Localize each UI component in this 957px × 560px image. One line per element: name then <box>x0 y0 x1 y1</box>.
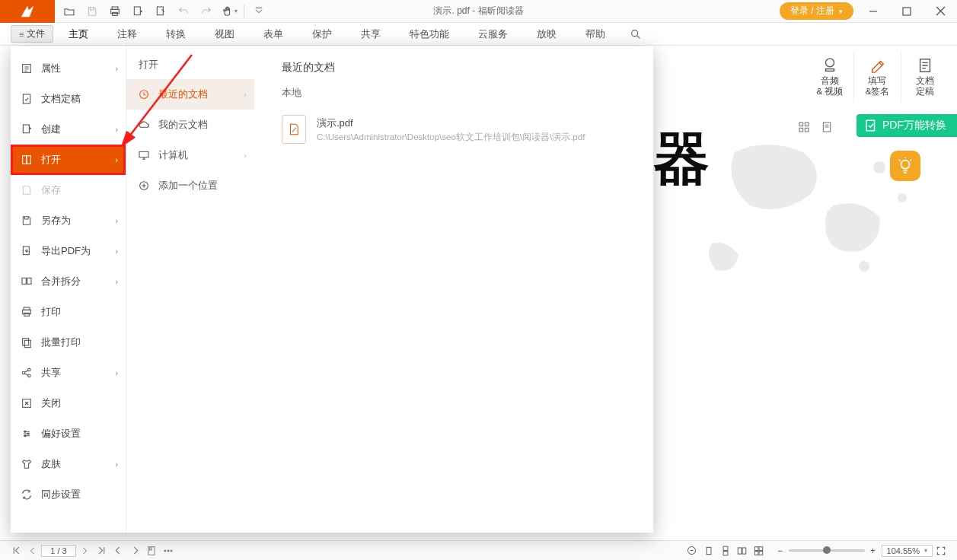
pdf-file-icon <box>282 115 306 144</box>
open-cloud[interactable]: 我的云文档 <box>126 110 254 140</box>
svg-rect-26 <box>22 278 26 284</box>
next-page-button[interactable] <box>76 542 93 559</box>
bs-create[interactable]: 创建 <box>11 114 126 145</box>
continuous-facing-icon[interactable] <box>751 542 767 559</box>
tab-home[interactable]: 主页 <box>55 23 102 46</box>
maximize-button[interactable] <box>893 1 920 22</box>
tab-cloud[interactable]: 云服务 <box>464 23 522 46</box>
tab-annotate[interactable]: 注释 <box>104 23 151 46</box>
svg-point-47 <box>171 550 172 552</box>
app-logo <box>0 0 55 23</box>
bs-print[interactable]: 打印 <box>11 297 126 327</box>
facing-page-icon[interactable] <box>734 542 751 559</box>
svg-point-38 <box>27 433 29 434</box>
tab-slideshow[interactable]: 放映 <box>523 23 570 46</box>
ribbon-right-groups: 音频& 视频 填写&签名 文档定稿 <box>806 46 948 107</box>
options-icon[interactable] <box>160 542 177 559</box>
zoom-out-button[interactable]: − <box>772 542 789 559</box>
svg-rect-49 <box>707 547 711 554</box>
tab-convert[interactable]: 转换 <box>152 23 199 46</box>
audio-video-button[interactable]: 音频& 视频 <box>806 51 853 103</box>
minimize-button[interactable] <box>860 1 887 22</box>
tab-share[interactable]: 共享 <box>347 23 394 46</box>
undo-icon[interactable] <box>174 2 193 21</box>
bs-skin[interactable]: 皮肤 <box>11 449 126 479</box>
back-nav-button[interactable] <box>110 542 126 559</box>
last-page-button[interactable] <box>93 542 110 559</box>
svg-rect-8 <box>826 68 834 71</box>
svg-point-39 <box>24 435 26 437</box>
save-icon[interactable] <box>82 2 102 21</box>
tab-protect[interactable]: 保护 <box>298 23 346 46</box>
page-next-icon[interactable] <box>151 2 171 21</box>
forward-nav-button[interactable] <box>126 542 143 559</box>
login-button[interactable]: 登录 / 注册▾ <box>780 2 853 20</box>
zoom-slider[interactable] <box>789 549 865 552</box>
recent-panel: 最近的文档 本地 演示.pdf C:\Users\Administrator\D… <box>254 46 653 533</box>
single-page-icon[interactable] <box>700 542 717 559</box>
tab-view[interactable]: 视图 <box>201 23 248 46</box>
bs-batch-print[interactable]: 批量打印 <box>11 327 126 358</box>
zoom-level[interactable]: 104.55%▾ <box>882 545 933 557</box>
open-add-place[interactable]: 添加一个位置 <box>126 170 254 201</box>
svg-rect-56 <box>754 551 758 555</box>
file-tab[interactable]: ≡文件 <box>11 25 53 43</box>
zoom-slider-thumb[interactable] <box>823 546 831 554</box>
search-icon[interactable] <box>625 24 646 45</box>
status-bar: 1 / 3 − + 104.55%▾ <box>0 540 957 560</box>
bs-close[interactable]: 关闭 <box>11 388 126 418</box>
bs-properties[interactable]: 属性 <box>11 53 126 84</box>
svg-rect-54 <box>754 546 758 550</box>
continuous-page-icon[interactable] <box>717 542 734 559</box>
chevron-down-icon: ▾ <box>839 8 843 15</box>
svg-rect-52 <box>738 547 742 553</box>
svg-rect-2 <box>113 12 118 15</box>
qat-more-icon[interactable] <box>249 2 269 21</box>
svg-point-37 <box>24 431 26 432</box>
bs-share[interactable]: 共享 <box>11 358 126 388</box>
svg-rect-50 <box>723 546 728 550</box>
close-button[interactable] <box>927 1 954 22</box>
svg-rect-32 <box>24 340 30 347</box>
tab-help[interactable]: 帮助 <box>572 23 619 46</box>
svg-rect-55 <box>759 546 763 550</box>
open-computer[interactable]: 计算机 <box>126 140 254 170</box>
svg-rect-30 <box>24 313 30 316</box>
prev-page-button[interactable] <box>24 542 41 559</box>
print-icon[interactable] <box>105 2 125 21</box>
fullscreen-button[interactable] <box>933 542 949 559</box>
hand-icon[interactable]: ▾ <box>219 2 239 21</box>
bs-save-as[interactable]: 另存为 <box>11 205 126 236</box>
svg-rect-27 <box>27 278 31 284</box>
bs-export[interactable]: 导出PDF为 <box>11 236 126 266</box>
svg-rect-22 <box>23 125 29 133</box>
zoom-in-button[interactable]: + <box>865 542 882 559</box>
svg-point-19 <box>859 261 869 272</box>
svg-rect-53 <box>742 547 746 553</box>
page-indicator[interactable]: 1 / 3 <box>41 545 76 557</box>
window-title: 演示. pdf - 福昕阅读器 <box>433 5 523 18</box>
bookmark-nav-icon[interactable] <box>143 542 160 559</box>
bs-finalize[interactable]: 文档定稿 <box>11 84 126 114</box>
svg-rect-51 <box>723 551 728 555</box>
recent-title: 最近的文档 <box>282 61 635 75</box>
tab-feature[interactable]: 特色功能 <box>396 23 463 46</box>
svg-rect-41 <box>139 151 148 157</box>
page-prev-icon[interactable] <box>128 2 148 21</box>
open-recent[interactable]: 最近的文档 <box>126 79 254 110</box>
recent-file-name: 演示.pdf <box>317 116 585 130</box>
redo-icon[interactable] <box>196 2 216 21</box>
fill-sign-button[interactable]: 填写&签名 <box>853 51 901 103</box>
open-icon[interactable] <box>59 2 79 21</box>
svg-rect-4 <box>157 7 163 15</box>
bs-preferences[interactable]: 偏好设置 <box>11 418 126 449</box>
bs-sync[interactable]: 同步设置 <box>11 479 126 510</box>
bs-open[interactable]: 打开 <box>11 145 126 175</box>
svg-point-6 <box>632 30 638 36</box>
finalize-button[interactable]: 文档定稿 <box>901 51 948 103</box>
first-page-button[interactable] <box>8 542 24 559</box>
tab-form[interactable]: 表单 <box>250 23 297 46</box>
bs-merge-split[interactable]: 合并拆分 <box>11 266 126 297</box>
fit-mode-icon[interactable] <box>684 542 700 559</box>
recent-file-row[interactable]: 演示.pdf C:\Users\Administrator\Desktop\se… <box>282 110 635 148</box>
